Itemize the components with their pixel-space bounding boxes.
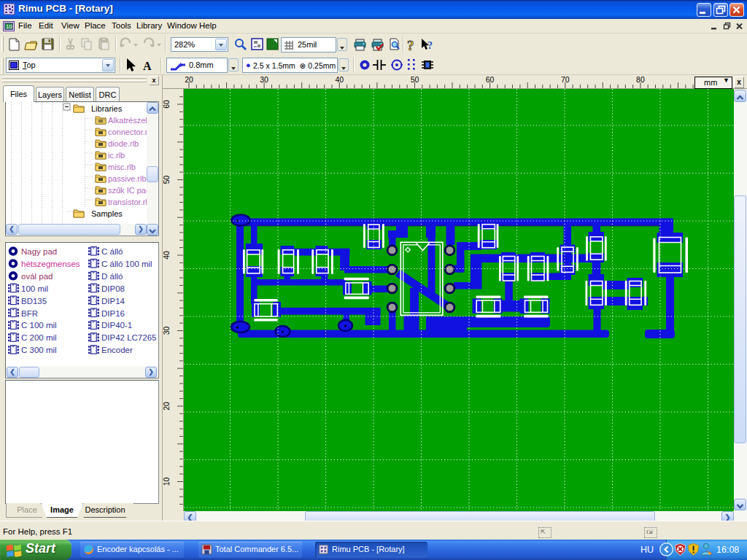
svg-text:C 100 mil: C 100 mil [21, 321, 57, 330]
svg-text:80: 80 [636, 75, 645, 84]
svg-text:30: 30 [163, 327, 171, 335]
svg-text:ovál pad: ovál pad [21, 272, 53, 281]
svg-text:50: 50 [411, 75, 419, 84]
svg-text:DIP14: DIP14 [101, 297, 125, 306]
svg-text:Samples: Samples [91, 209, 123, 218]
svg-text:szűk IC pac: szűk IC pac [108, 186, 150, 195]
svg-text:10: 10 [163, 478, 171, 486]
svg-text:40: 40 [335, 75, 344, 84]
svg-text:D álló: D álló [101, 272, 123, 281]
svg-text:DIP40-1: DIP40-1 [101, 321, 132, 330]
svg-text:60: 60 [163, 100, 171, 109]
svg-text:?: ? [427, 40, 433, 51]
svg-text:C álló: C álló [101, 247, 123, 256]
svg-text:DIP42 LC7265: DIP42 LC7265 [101, 333, 156, 342]
svg-text:BFR: BFR [21, 309, 38, 318]
svg-text:20: 20 [185, 75, 193, 84]
svg-text:DIP16: DIP16 [101, 309, 125, 318]
svg-text:A: A [143, 60, 152, 72]
svg-text:100 mil: 100 mil [21, 284, 48, 293]
svg-text:70: 70 [561, 75, 570, 84]
svg-text:Libraries: Libraries [91, 104, 123, 113]
svg-text:40: 40 [163, 251, 171, 260]
svg-text:C 200 mil: C 200 mil [21, 333, 57, 342]
svg-text:20: 20 [163, 402, 171, 411]
svg-text:diode.rlb: diode.rlb [108, 139, 139, 148]
svg-text:passive.rlb: passive.rlb [108, 174, 147, 183]
svg-text:DIP08: DIP08 [101, 284, 125, 293]
svg-text:Alkatrészek: Alkatrészek [108, 116, 150, 125]
svg-text:60: 60 [486, 75, 495, 84]
svg-text:ic.rlb: ic.rlb [108, 151, 125, 160]
svg-text:Nagy pad: Nagy pad [21, 247, 57, 256]
svg-text:transistor.rlb: transistor.rlb [108, 198, 152, 206]
svg-text:C álló 100 mil: C álló 100 mil [101, 260, 152, 268]
svg-text:?: ? [407, 38, 414, 53]
svg-text:Encoder: Encoder [101, 346, 133, 354]
svg-text:hétszegmenses: hétszegmenses [21, 260, 80, 268]
svg-text:30: 30 [260, 75, 268, 84]
svg-text:misc.rlb: misc.rlb [108, 163, 136, 171]
svg-text:50: 50 [163, 176, 171, 184]
svg-text:C 300 mil: C 300 mil [21, 346, 57, 354]
svg-text:10: 10 [6, 23, 12, 30]
svg-text:BD135: BD135 [21, 297, 47, 306]
svg-text:connector.r: connector.r [108, 128, 148, 136]
